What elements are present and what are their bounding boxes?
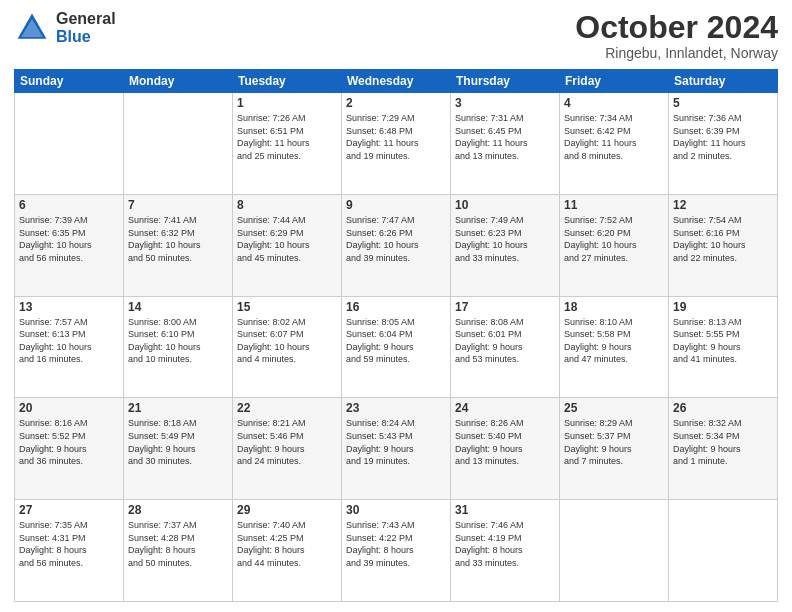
calendar-cell [15,93,124,195]
day-info: Sunrise: 8:24 AM Sunset: 5:43 PM Dayligh… [346,417,446,467]
calendar-cell: 15Sunrise: 8:02 AM Sunset: 6:07 PM Dayli… [233,296,342,398]
calendar-cell: 14Sunrise: 8:00 AM Sunset: 6:10 PM Dayli… [124,296,233,398]
calendar-cell: 8Sunrise: 7:44 AM Sunset: 6:29 PM Daylig… [233,194,342,296]
calendar-cell: 24Sunrise: 8:26 AM Sunset: 5:40 PM Dayli… [451,398,560,500]
calendar-cell: 4Sunrise: 7:34 AM Sunset: 6:42 PM Daylig… [560,93,669,195]
day-info: Sunrise: 7:39 AM Sunset: 6:35 PM Dayligh… [19,214,119,264]
day-number: 9 [346,198,446,212]
day-number: 19 [673,300,773,314]
calendar-cell: 7Sunrise: 7:41 AM Sunset: 6:32 PM Daylig… [124,194,233,296]
day-info: Sunrise: 8:26 AM Sunset: 5:40 PM Dayligh… [455,417,555,467]
day-info: Sunrise: 7:26 AM Sunset: 6:51 PM Dayligh… [237,112,337,162]
calendar-cell: 1Sunrise: 7:26 AM Sunset: 6:51 PM Daylig… [233,93,342,195]
day-number: 4 [564,96,664,110]
day-number: 29 [237,503,337,517]
day-info: Sunrise: 8:21 AM Sunset: 5:46 PM Dayligh… [237,417,337,467]
day-number: 7 [128,198,228,212]
calendar-week-1: 1Sunrise: 7:26 AM Sunset: 6:51 PM Daylig… [15,93,778,195]
logo-blue: Blue [56,28,116,46]
calendar-body: 1Sunrise: 7:26 AM Sunset: 6:51 PM Daylig… [15,93,778,602]
calendar-cell: 12Sunrise: 7:54 AM Sunset: 6:16 PM Dayli… [669,194,778,296]
calendar-cell [669,500,778,602]
month-title: October 2024 [575,10,778,45]
title-section: October 2024 Ringebu, Innlandet, Norway [575,10,778,61]
calendar-cell: 9Sunrise: 7:47 AM Sunset: 6:26 PM Daylig… [342,194,451,296]
col-saturday: Saturday [669,70,778,93]
calendar-header: Sunday Monday Tuesday Wednesday Thursday… [15,70,778,93]
day-info: Sunrise: 7:57 AM Sunset: 6:13 PM Dayligh… [19,316,119,366]
day-number: 15 [237,300,337,314]
day-info: Sunrise: 7:49 AM Sunset: 6:23 PM Dayligh… [455,214,555,264]
logo-text: General Blue [56,10,116,45]
day-info: Sunrise: 8:32 AM Sunset: 5:34 PM Dayligh… [673,417,773,467]
day-info: Sunrise: 8:10 AM Sunset: 5:58 PM Dayligh… [564,316,664,366]
header: General Blue October 2024 Ringebu, Innla… [14,10,778,61]
day-number: 10 [455,198,555,212]
logo-general: General [56,10,116,28]
calendar-cell: 22Sunrise: 8:21 AM Sunset: 5:46 PM Dayli… [233,398,342,500]
logo: General Blue [14,10,116,46]
calendar-cell: 20Sunrise: 8:16 AM Sunset: 5:52 PM Dayli… [15,398,124,500]
day-info: Sunrise: 8:02 AM Sunset: 6:07 PM Dayligh… [237,316,337,366]
calendar-cell: 6Sunrise: 7:39 AM Sunset: 6:35 PM Daylig… [15,194,124,296]
subtitle: Ringebu, Innlandet, Norway [575,45,778,61]
calendar-week-2: 6Sunrise: 7:39 AM Sunset: 6:35 PM Daylig… [15,194,778,296]
calendar: Sunday Monday Tuesday Wednesday Thursday… [14,69,778,602]
day-info: Sunrise: 7:44 AM Sunset: 6:29 PM Dayligh… [237,214,337,264]
day-number: 13 [19,300,119,314]
day-info: Sunrise: 8:00 AM Sunset: 6:10 PM Dayligh… [128,316,228,366]
day-number: 11 [564,198,664,212]
col-tuesday: Tuesday [233,70,342,93]
calendar-cell: 31Sunrise: 7:46 AM Sunset: 4:19 PM Dayli… [451,500,560,602]
day-number: 14 [128,300,228,314]
day-number: 26 [673,401,773,415]
day-number: 17 [455,300,555,314]
day-number: 1 [237,96,337,110]
day-number: 18 [564,300,664,314]
calendar-week-3: 13Sunrise: 7:57 AM Sunset: 6:13 PM Dayli… [15,296,778,398]
day-info: Sunrise: 7:52 AM Sunset: 6:20 PM Dayligh… [564,214,664,264]
day-number: 5 [673,96,773,110]
day-info: Sunrise: 8:08 AM Sunset: 6:01 PM Dayligh… [455,316,555,366]
day-info: Sunrise: 7:31 AM Sunset: 6:45 PM Dayligh… [455,112,555,162]
calendar-cell: 25Sunrise: 8:29 AM Sunset: 5:37 PM Dayli… [560,398,669,500]
day-number: 22 [237,401,337,415]
col-thursday: Thursday [451,70,560,93]
day-number: 21 [128,401,228,415]
day-number: 20 [19,401,119,415]
day-number: 2 [346,96,446,110]
col-wednesday: Wednesday [342,70,451,93]
day-info: Sunrise: 7:41 AM Sunset: 6:32 PM Dayligh… [128,214,228,264]
day-number: 3 [455,96,555,110]
day-number: 23 [346,401,446,415]
day-number: 6 [19,198,119,212]
day-number: 16 [346,300,446,314]
calendar-cell: 19Sunrise: 8:13 AM Sunset: 5:55 PM Dayli… [669,296,778,398]
page-container: General Blue October 2024 Ringebu, Innla… [0,0,792,612]
header-row: Sunday Monday Tuesday Wednesday Thursday… [15,70,778,93]
calendar-cell [124,93,233,195]
calendar-cell: 17Sunrise: 8:08 AM Sunset: 6:01 PM Dayli… [451,296,560,398]
calendar-cell: 27Sunrise: 7:35 AM Sunset: 4:31 PM Dayli… [15,500,124,602]
calendar-cell: 5Sunrise: 7:36 AM Sunset: 6:39 PM Daylig… [669,93,778,195]
day-info: Sunrise: 7:43 AM Sunset: 4:22 PM Dayligh… [346,519,446,569]
calendar-cell: 18Sunrise: 8:10 AM Sunset: 5:58 PM Dayli… [560,296,669,398]
day-info: Sunrise: 7:35 AM Sunset: 4:31 PM Dayligh… [19,519,119,569]
calendar-cell: 13Sunrise: 7:57 AM Sunset: 6:13 PM Dayli… [15,296,124,398]
calendar-cell: 29Sunrise: 7:40 AM Sunset: 4:25 PM Dayli… [233,500,342,602]
day-info: Sunrise: 7:46 AM Sunset: 4:19 PM Dayligh… [455,519,555,569]
calendar-week-4: 20Sunrise: 8:16 AM Sunset: 5:52 PM Dayli… [15,398,778,500]
day-number: 28 [128,503,228,517]
col-monday: Monday [124,70,233,93]
calendar-cell: 2Sunrise: 7:29 AM Sunset: 6:48 PM Daylig… [342,93,451,195]
calendar-cell: 28Sunrise: 7:37 AM Sunset: 4:28 PM Dayli… [124,500,233,602]
calendar-cell: 11Sunrise: 7:52 AM Sunset: 6:20 PM Dayli… [560,194,669,296]
day-info: Sunrise: 7:54 AM Sunset: 6:16 PM Dayligh… [673,214,773,264]
calendar-week-5: 27Sunrise: 7:35 AM Sunset: 4:31 PM Dayli… [15,500,778,602]
col-sunday: Sunday [15,70,124,93]
day-info: Sunrise: 8:13 AM Sunset: 5:55 PM Dayligh… [673,316,773,366]
day-info: Sunrise: 7:34 AM Sunset: 6:42 PM Dayligh… [564,112,664,162]
day-info: Sunrise: 8:18 AM Sunset: 5:49 PM Dayligh… [128,417,228,467]
day-info: Sunrise: 7:37 AM Sunset: 4:28 PM Dayligh… [128,519,228,569]
day-info: Sunrise: 8:29 AM Sunset: 5:37 PM Dayligh… [564,417,664,467]
